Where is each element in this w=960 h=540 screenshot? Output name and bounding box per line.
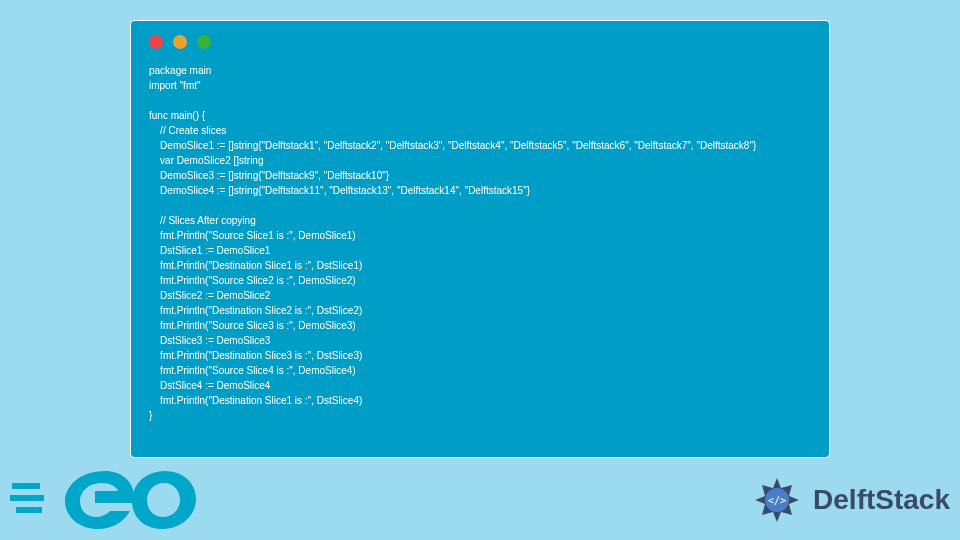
minimize-icon (173, 35, 187, 49)
close-icon (149, 35, 163, 49)
window-controls (149, 35, 811, 49)
go-logo (10, 461, 200, 536)
delftstack-logo: </> DelftStack (747, 470, 950, 530)
svg-rect-2 (16, 507, 42, 513)
delftstack-badge-icon: </> (747, 470, 807, 530)
svg-rect-0 (12, 483, 40, 489)
code-window: package main import "fmt" func main() { … (130, 20, 830, 458)
code-content: package main import "fmt" func main() { … (149, 63, 811, 423)
delftstack-text: DelftStack (813, 484, 950, 516)
svg-text:</>: </> (768, 495, 786, 506)
svg-rect-1 (10, 495, 44, 501)
maximize-icon (197, 35, 211, 49)
